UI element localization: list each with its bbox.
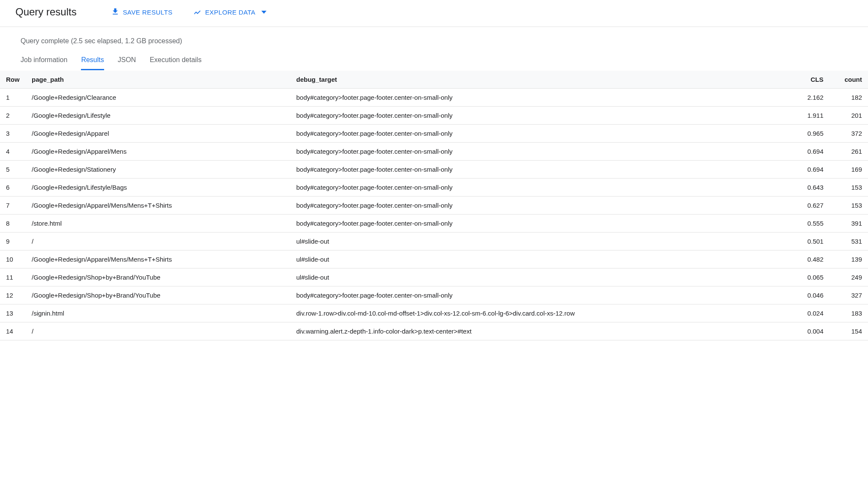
cell-CLS: 0.046 xyxy=(795,286,829,304)
col-header-row: Row xyxy=(0,71,26,89)
save-results-button[interactable]: SAVE RESULTS xyxy=(111,7,173,17)
cell-page_path: /signin.html xyxy=(26,304,290,322)
cell-CLS: 0.627 xyxy=(795,197,829,215)
table-header-row: Rowpage_pathdebug_targetCLScount xyxy=(0,71,868,89)
cell-debug_target: body#category>footer.page-footer.center-… xyxy=(290,197,795,215)
cell-page_path: /store.html xyxy=(26,215,290,233)
chart-icon xyxy=(193,7,202,17)
cell-page_path: /Google+Redesign/Apparel/Mens/Mens+T+Shi… xyxy=(26,250,290,268)
cell-count: 183 xyxy=(829,304,868,322)
table-row: 2/Google+Redesign/Lifestylebody#category… xyxy=(0,107,868,125)
cell-CLS: 1.911 xyxy=(795,107,829,125)
table-row: 6/Google+Redesign/Lifestyle/Bagsbody#cat… xyxy=(0,179,868,197)
table-row: 11/Google+Redesign/Shop+by+Brand/YouTube… xyxy=(0,268,868,286)
cell-debug_target: body#category>footer.page-footer.center-… xyxy=(290,143,795,161)
cell-count: 153 xyxy=(829,179,868,197)
cell-count: 154 xyxy=(829,322,868,340)
cell-page_path: /Google+Redesign/Clearance xyxy=(26,89,290,107)
cell-row: 10 xyxy=(0,250,26,268)
cell-CLS: 0.694 xyxy=(795,161,829,179)
query-status-text: Query complete (2.5 sec elapsed, 1.2 GB … xyxy=(21,37,847,45)
col-header-page_path: page_path xyxy=(26,71,290,89)
tab-job-information[interactable]: Job information xyxy=(21,53,67,70)
table-body: 1/Google+Redesign/Clearancebody#category… xyxy=(0,89,868,340)
cell-row: 13 xyxy=(0,304,26,322)
cell-row: 7 xyxy=(0,197,26,215)
cell-count: 153 xyxy=(829,197,868,215)
table-row: 9/ul#slide-out0.501531 xyxy=(0,233,868,250)
table-row: 7/Google+Redesign/Apparel/Mens/Mens+T+Sh… xyxy=(0,197,868,215)
cell-count: 169 xyxy=(829,161,868,179)
save-results-label: SAVE RESULTS xyxy=(123,9,173,16)
table-row: 1/Google+Redesign/Clearancebody#category… xyxy=(0,89,868,107)
cell-row: 9 xyxy=(0,233,26,250)
cell-count: 139 xyxy=(829,250,868,268)
cell-debug_target: body#category>footer.page-footer.center-… xyxy=(290,179,795,197)
table-row: 3/Google+Redesign/Apparelbody#category>f… xyxy=(0,125,868,143)
cell-page_path: /Google+Redesign/Apparel/Mens/Mens+T+Shi… xyxy=(26,197,290,215)
cell-debug_target: body#category>footer.page-footer.center-… xyxy=(290,215,795,233)
cell-CLS: 0.643 xyxy=(795,179,829,197)
cell-row: 5 xyxy=(0,161,26,179)
page-title: Query results xyxy=(15,6,77,18)
cell-CLS: 0.482 xyxy=(795,250,829,268)
cell-CLS: 0.065 xyxy=(795,268,829,286)
results-header: Query results SAVE RESULTS EXPLORE DATA xyxy=(0,0,868,27)
tab-json[interactable]: JSON xyxy=(118,53,136,70)
explore-data-button[interactable]: EXPLORE DATA xyxy=(193,7,267,17)
cell-row: 14 xyxy=(0,322,26,340)
cell-row: 3 xyxy=(0,125,26,143)
cell-row: 11 xyxy=(0,268,26,286)
cell-page_path: /Google+Redesign/Lifestyle/Bags xyxy=(26,179,290,197)
download-icon xyxy=(111,7,120,17)
explore-data-label: EXPLORE DATA xyxy=(205,9,256,16)
cell-row: 4 xyxy=(0,143,26,161)
cell-CLS: 0.694 xyxy=(795,143,829,161)
cell-CLS: 0.004 xyxy=(795,322,829,340)
cell-debug_target: div.warning.alert.z-depth-1.info-color-d… xyxy=(290,322,795,340)
cell-page_path: /Google+Redesign/Apparel/Mens xyxy=(26,143,290,161)
table-row: 13/signin.htmldiv.row-1.row>div.col-md-1… xyxy=(0,304,868,322)
results-table: Rowpage_pathdebug_targetCLScount 1/Googl… xyxy=(0,71,868,340)
cell-count: 327 xyxy=(829,286,868,304)
cell-count: 182 xyxy=(829,89,868,107)
cell-CLS: 0.965 xyxy=(795,125,829,143)
tab-execution-details[interactable]: Execution details xyxy=(150,53,201,70)
cell-row: 8 xyxy=(0,215,26,233)
cell-page_path: /Google+Redesign/Stationery xyxy=(26,161,290,179)
result-tabs: Job informationResultsJSONExecution deta… xyxy=(21,53,847,71)
cell-row: 12 xyxy=(0,286,26,304)
col-header-debug_target: debug_target xyxy=(290,71,795,89)
cell-page_path: /Google+Redesign/Shop+by+Brand/YouTube xyxy=(26,268,290,286)
status-area: Query complete (2.5 sec elapsed, 1.2 GB … xyxy=(0,27,868,71)
table-row: 12/Google+Redesign/Shop+by+Brand/YouTube… xyxy=(0,286,868,304)
cell-count: 249 xyxy=(829,268,868,286)
cell-page_path: /Google+Redesign/Shop+by+Brand/YouTube xyxy=(26,286,290,304)
cell-page_path: /Google+Redesign/Lifestyle xyxy=(26,107,290,125)
cell-count: 201 xyxy=(829,107,868,125)
cell-debug_target: body#category>footer.page-footer.center-… xyxy=(290,161,795,179)
cell-debug_target: div.row-1.row>div.col-md-10.col-md-offse… xyxy=(290,304,795,322)
cell-CLS: 0.501 xyxy=(795,233,829,250)
cell-count: 372 xyxy=(829,125,868,143)
cell-count: 391 xyxy=(829,215,868,233)
table-row: 5/Google+Redesign/Stationerybody#categor… xyxy=(0,161,868,179)
cell-row: 6 xyxy=(0,179,26,197)
cell-CLS: 2.162 xyxy=(795,89,829,107)
cell-CLS: 0.024 xyxy=(795,304,829,322)
col-header-CLS: CLS xyxy=(795,71,829,89)
cell-page_path: / xyxy=(26,322,290,340)
cell-debug_target: body#category>footer.page-footer.center-… xyxy=(290,125,795,143)
tab-results[interactable]: Results xyxy=(81,53,104,70)
cell-debug_target: ul#slide-out xyxy=(290,233,795,250)
col-header-count: count xyxy=(829,71,868,89)
cell-count: 531 xyxy=(829,233,868,250)
cell-row: 1 xyxy=(0,89,26,107)
cell-debug_target: body#category>footer.page-footer.center-… xyxy=(290,89,795,107)
cell-debug_target: body#category>footer.page-footer.center-… xyxy=(290,286,795,304)
cell-debug_target: body#category>footer.page-footer.center-… xyxy=(290,107,795,125)
cell-row: 2 xyxy=(0,107,26,125)
cell-debug_target: ul#slide-out xyxy=(290,250,795,268)
table-row: 10/Google+Redesign/Apparel/Mens/Mens+T+S… xyxy=(0,250,868,268)
cell-count: 261 xyxy=(829,143,868,161)
